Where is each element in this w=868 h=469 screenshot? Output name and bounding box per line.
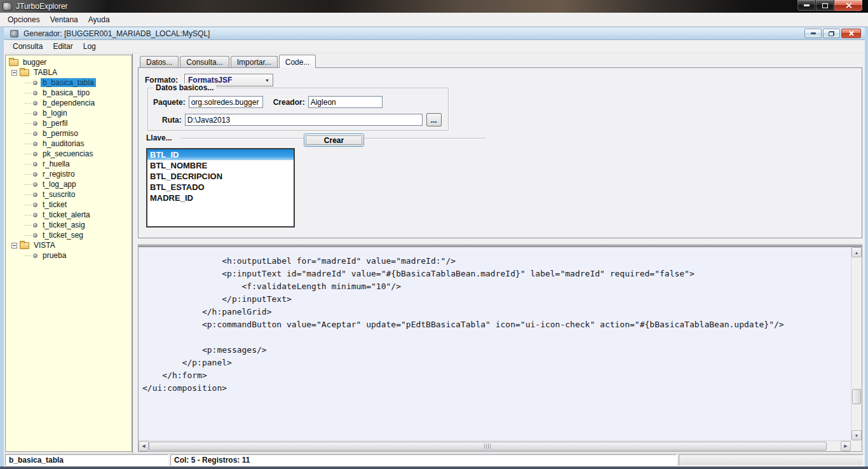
scroll-right-button[interactable]: ▶ <box>841 441 851 451</box>
crear-button[interactable]: Crear <box>304 133 364 147</box>
key-columns-list[interactable]: BTL_IDBTL_NOMBREBTL_DECRIPCIONBTL_ESTADO… <box>146 148 295 228</box>
table-bullet-icon <box>33 182 37 187</box>
browse-button[interactable]: ... <box>426 113 442 126</box>
menu-item[interactable]: Editar <box>48 40 78 53</box>
menu-item[interactable]: Log <box>78 40 101 53</box>
llave-label: Llave... <box>146 133 172 142</box>
ruta-field[interactable] <box>185 114 423 126</box>
tree-row[interactable]: t_ticket_asig <box>6 220 132 230</box>
vertical-scrollbar[interactable]: ▲ ▼ <box>851 247 862 440</box>
code-line: <p:commandButton value="Aceptar" update=… <box>142 318 851 331</box>
tree-item-label: b_login <box>41 109 69 118</box>
code-line: </p:panel> <box>142 357 851 369</box>
tab[interactable]: Datos... <box>140 56 179 67</box>
taskbar-edge <box>0 466 868 469</box>
tab-bar: Datos...Consulta...Importar...Code... <box>138 55 862 67</box>
folder-icon <box>20 242 29 249</box>
tree-row[interactable]: prueba <box>6 250 132 261</box>
tree-item-label: h_auditorias <box>41 139 86 148</box>
tree-row[interactable]: r_huella <box>6 159 132 169</box>
tree-row[interactable]: b_basica_tipo <box>6 88 132 98</box>
list-item[interactable]: BTL_NOMBRE <box>147 160 294 171</box>
collapse-icon[interactable] <box>11 243 17 248</box>
tree-row[interactable]: r_registro <box>6 169 132 179</box>
tree-row[interactable]: t_ticket_seg <box>6 230 132 240</box>
tree-row[interactable]: t_ticket_alerta <box>6 210 132 220</box>
horizontal-scroll-track[interactable] <box>149 441 841 451</box>
scroll-down-button[interactable]: ▼ <box>851 430 862 440</box>
vertical-scroll-thumb[interactable] <box>852 389 861 404</box>
code-tab-panel: Formato: FormatsJSF ▼ Datos basicos... P… <box>138 67 862 238</box>
tab[interactable]: Consulta... <box>180 56 229 67</box>
tree-row[interactable]: VISTA <box>6 240 132 250</box>
folder-icon <box>9 59 18 66</box>
list-item[interactable]: BTL_ESTADO <box>147 182 294 193</box>
tree-row[interactable]: b_basica_tabla <box>6 78 132 88</box>
tree-item-label: VISTA <box>32 241 57 250</box>
table-bullet-icon <box>33 193 37 197</box>
close-button[interactable] <box>834 0 863 11</box>
tree-row[interactable]: t_ticket <box>6 200 132 210</box>
horizontal-splitter[interactable] <box>138 238 862 247</box>
menu-item[interactable]: Ayuda <box>83 13 115 26</box>
menu-item[interactable]: Ventana <box>45 13 83 26</box>
generator-menubar: ConsultaEditarLog <box>4 40 865 53</box>
tab[interactable]: Code... <box>279 55 316 68</box>
horizontal-scroll-thumb[interactable] <box>149 442 827 451</box>
tree-row[interactable]: t_log_app <box>6 179 132 189</box>
mdi-minimize-button[interactable] <box>804 29 822 38</box>
menu-item[interactable]: Opciones <box>3 13 45 26</box>
tree-row[interactable]: b_dependencia <box>6 98 132 108</box>
code-line: </h:form> <box>142 369 851 382</box>
list-item[interactable]: MADRE_ID <box>147 193 294 203</box>
scrollbar-corner <box>851 440 862 451</box>
generator-content: bugger TABLA b_basica_tabla <box>4 53 865 453</box>
tree-row[interactable]: b_perfil <box>6 118 132 128</box>
tree-row[interactable]: h_auditorias <box>6 139 132 149</box>
tree-item-label: TABLA <box>32 68 59 77</box>
table-bullet-icon <box>33 203 37 207</box>
maximize-icon <box>822 3 828 8</box>
ruta-row: Ruta: ... <box>153 113 442 126</box>
mdi-close-button[interactable] <box>841 29 861 38</box>
tree-row[interactable]: t_suscrito <box>6 189 132 200</box>
collapse-icon[interactable] <box>11 70 17 76</box>
generator-window-controls <box>804 29 861 38</box>
tree-item-label: prueba <box>41 251 68 260</box>
generator-titlebar: Generador: [BUGGER001_MARIADB_LOCAL:MySQ… <box>4 27 865 40</box>
status-bar: b_basica_tabla Col: 5 - Registros: 11 <box>4 453 865 466</box>
menu-item[interactable]: Consulta <box>8 40 48 53</box>
table-bullet-icon <box>33 91 37 95</box>
paquete-field[interactable] <box>189 96 263 108</box>
database-tree[interactable]: bugger TABLA b_basica_tabla <box>5 55 132 452</box>
maximize-button[interactable] <box>816 0 834 11</box>
tree-row[interactable]: pk_secuencias <box>6 149 132 159</box>
minimize-icon <box>811 32 816 34</box>
creador-label: Creador: <box>273 98 305 107</box>
main-panel: Datos...Consulta...Importar...Code... Fo… <box>138 55 862 452</box>
vertical-scroll-track[interactable] <box>851 257 862 430</box>
tree-row[interactable]: TABLA <box>6 67 132 78</box>
mdi-restore-button[interactable] <box>823 29 840 38</box>
scroll-up-button[interactable]: ▲ <box>851 247 862 257</box>
tree-row[interactable]: bugger <box>6 57 132 67</box>
tree-splitter[interactable] <box>132 53 138 453</box>
creador-field[interactable] <box>308 96 383 108</box>
code-line <box>142 331 851 344</box>
tree-item-label: r_huella <box>41 160 72 168</box>
tree-row[interactable]: b_permiso <box>6 128 132 139</box>
horizontal-scrollbar[interactable]: ◀ ▶ <box>139 440 851 451</box>
list-item[interactable]: BTL_ID <box>147 149 294 160</box>
paquete-label: Paquete: <box>153 98 186 107</box>
tree-row[interactable]: b_login <box>6 108 132 118</box>
code-line: <p:messages/> <box>142 344 851 357</box>
scroll-left-button[interactable]: ◀ <box>139 441 149 451</box>
code-line: <f:validateLength minimum="10"/> <box>142 280 851 293</box>
minimize-button[interactable] <box>797 0 816 11</box>
tab[interactable]: Importar... <box>231 56 278 67</box>
status-record-info: Col: 5 - Registros: 11 <box>170 454 677 466</box>
code-editor[interactable]: <h:outputLabel for="madreId" value="madr… <box>139 247 851 440</box>
close-icon <box>845 2 852 9</box>
tree-item-label: pk_secuencias <box>41 149 95 158</box>
list-item[interactable]: BTL_DECRIPCION <box>147 171 294 182</box>
